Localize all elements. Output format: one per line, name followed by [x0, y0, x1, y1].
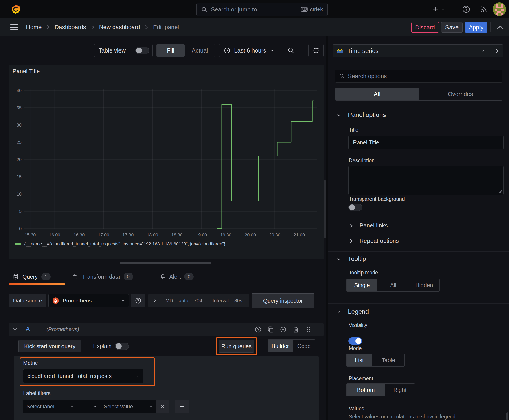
filter-tab-overrides[interactable]: Overrides [419, 91, 502, 98]
visualization-picker[interactable]: Time series [333, 45, 503, 57]
datasource-label: Data source [9, 294, 46, 307]
placement-right-option[interactable]: Right [385, 387, 415, 393]
description-textarea[interactable] [348, 166, 504, 195]
query-inspector-button[interactable]: Query inspector [251, 293, 314, 308]
time-range-picker[interactable]: Last 6 hours [219, 44, 304, 57]
tooltip-single-option[interactable]: Single [347, 279, 378, 292]
datasource-help-button[interactable] [131, 294, 145, 307]
chevron-right-icon [145, 25, 148, 30]
panel-title-input[interactable]: Panel Title [348, 136, 504, 149]
duplicate-query-icon[interactable] [267, 326, 274, 333]
svg-text:21:00: 21:00 [294, 232, 305, 237]
apply-button[interactable]: Apply [465, 22, 487, 32]
timeseries-chart[interactable]: 051015202530354015:3016:0016:3017:0017:3… [9, 65, 324, 259]
chevron-down-icon [93, 405, 97, 408]
repeat-options-section[interactable]: Repeat options [350, 237, 399, 244]
discard-button[interactable]: Discard [411, 22, 439, 32]
fill-option[interactable]: Fill [157, 45, 185, 57]
add-filter-button[interactable] [175, 400, 189, 413]
grafana-logo[interactable] [10, 3, 22, 15]
transparent-bg-toggle[interactable] [348, 204, 362, 211]
metric-label: Metric [23, 360, 38, 366]
svg-text:16:00: 16:00 [49, 232, 60, 237]
chevron-right-icon [495, 48, 499, 54]
plus-icon [179, 404, 185, 409]
svg-text:20:30: 20:30 [269, 232, 280, 237]
svg-text:17:30: 17:30 [122, 232, 134, 237]
select-label-dropdown[interactable]: Select label [23, 400, 77, 413]
sidebar-scrollbar[interactable] [506, 412, 508, 420]
title-label: Title [349, 127, 358, 133]
tooltip-header[interactable]: Tooltip [337, 255, 366, 262]
chevron-down-icon [337, 257, 341, 261]
builder-code-group: Builder Code [267, 339, 315, 352]
svg-text:30: 30 [17, 122, 22, 128]
options-filter-tabs: All Overrides [335, 88, 502, 100]
tab-query[interactable]: Query 1 [13, 273, 51, 280]
panel-options-header[interactable]: Panel options [337, 111, 386, 119]
tooltip-mode-label: Tooltip mode [349, 270, 378, 276]
operator-dropdown[interactable]: = [77, 400, 100, 413]
search-options-input[interactable]: Search options [335, 69, 502, 82]
news-rss-icon[interactable] [479, 5, 487, 14]
placement-bottom-option[interactable]: Bottom [347, 384, 385, 396]
svg-text:15:30: 15:30 [24, 232, 36, 237]
svg-text:35: 35 [17, 105, 22, 110]
select-value-dropdown[interactable]: Select value [100, 400, 156, 413]
user-avatar[interactable] [493, 2, 506, 16]
tab-transform[interactable]: Transform data 0 [72, 273, 133, 280]
query-refid[interactable]: A [26, 326, 30, 333]
datasource-picker[interactable]: Prometheus [48, 294, 129, 307]
breadcrumb-dashboards[interactable]: Dashboards [54, 24, 86, 31]
tooltip-all-option[interactable]: All [378, 279, 409, 292]
help-icon[interactable] [462, 5, 471, 14]
breadcrumb: Home Dashboards New dashboard Edit panel [26, 18, 179, 36]
search-input[interactable]: Search or jump to... ctrl+k [196, 3, 328, 16]
divider [348, 218, 504, 219]
collapse-options-button[interactable] [491, 48, 503, 54]
tab-transform-label: Transform data [82, 273, 120, 280]
delete-query-trash-icon[interactable] [292, 326, 299, 333]
transform-icon [72, 273, 79, 280]
remove-filter-button[interactable] [156, 400, 169, 413]
builder-option[interactable]: Builder [268, 340, 293, 352]
legend-header[interactable]: Legend [337, 308, 369, 315]
run-queries-button[interactable]: Run queries [219, 340, 254, 353]
zoom-out-button[interactable] [279, 47, 303, 54]
legend-table-option[interactable]: Table [372, 357, 404, 363]
bell-icon [160, 273, 166, 280]
tooltip-hidden-option[interactable]: Hidden [409, 282, 440, 289]
explain-toggle[interactable] [115, 343, 129, 350]
save-button[interactable]: Save [441, 22, 463, 32]
query-help-icon[interactable] [255, 326, 262, 333]
chart-legend[interactable]: {__name__="cloudflared_tunnel_total_requ… [15, 241, 225, 247]
add-button[interactable] [432, 5, 445, 14]
panel-links-section[interactable]: Panel links [350, 222, 388, 229]
collapse-chevron-up-icon[interactable] [496, 25, 504, 30]
database-icon [13, 273, 19, 280]
filter-tab-all[interactable]: All [335, 88, 419, 100]
hide-response-eye-icon[interactable] [280, 326, 287, 333]
code-option[interactable]: Code [293, 343, 315, 349]
kickstart-button[interactable]: Kick start your query [18, 340, 81, 352]
refresh-button[interactable] [308, 44, 324, 57]
breadcrumb-home[interactable]: Home [26, 24, 42, 31]
tab-alert[interactable]: Alert 0 [160, 273, 194, 280]
drag-handle-icon[interactable] [305, 326, 312, 333]
legend-list-option[interactable]: List [347, 354, 372, 366]
collapse-chevron-down-icon[interactable] [13, 328, 17, 331]
menu-hamburger-icon[interactable] [10, 24, 18, 30]
pane-resize-handle[interactable] [120, 262, 211, 264]
svg-text:16:30: 16:30 [73, 232, 85, 237]
max-data-points: MD = auto = 704 [165, 298, 202, 304]
top-bar: Search or jump to... ctrl+k [0, 0, 509, 18]
left-pane-scrollbar[interactable] [324, 180, 326, 238]
actual-option[interactable]: Actual [185, 47, 215, 54]
legend-mode-label: Mode [349, 345, 362, 351]
legend-visibility-toggle[interactable] [348, 338, 362, 345]
query-options-collapse[interactable]: MD = auto = 704 Interval = 30s [148, 294, 249, 307]
table-view-toggle[interactable] [135, 47, 149, 54]
metric-select[interactable]: cloudflared_tunnel_total_requests [23, 369, 144, 383]
panel-preview: Panel Title 051015202530354015:3016:0016… [9, 65, 324, 259]
breadcrumb-new-dashboard[interactable]: New dashboard [99, 24, 140, 31]
